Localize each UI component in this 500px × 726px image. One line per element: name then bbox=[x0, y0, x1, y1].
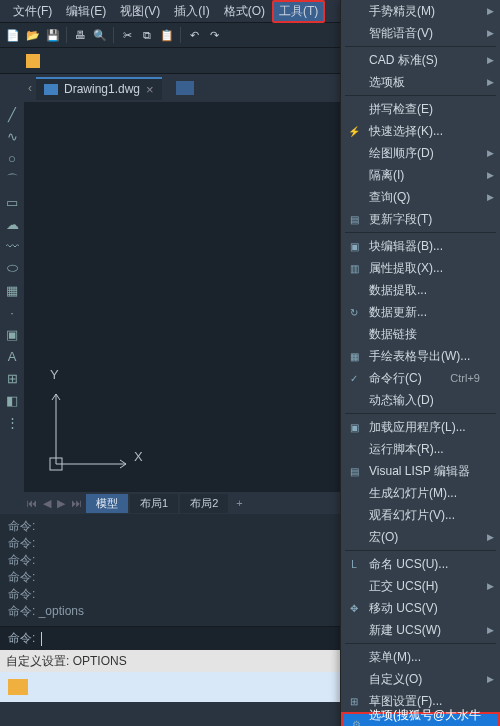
menu-item-label: 查询(Q) bbox=[369, 189, 410, 206]
tab-layout1[interactable]: 布局1 bbox=[130, 494, 178, 513]
menu-item[interactable]: 正交 UCS(H)▶ bbox=[341, 575, 500, 597]
menu-item-label: 数据更新... bbox=[369, 304, 427, 321]
line-icon[interactable]: ╱ bbox=[4, 106, 20, 122]
rect-icon[interactable]: ▭ bbox=[4, 194, 20, 210]
circle-icon[interactable]: ○ bbox=[4, 150, 20, 166]
arc-icon[interactable]: ⌒ bbox=[4, 172, 20, 188]
menu-item[interactable]: 运行脚本(R)... bbox=[341, 438, 500, 460]
menu-item-label: 数据提取... bbox=[369, 282, 427, 299]
menu-tools[interactable]: 工具(T) bbox=[272, 0, 325, 23]
new-tab-icon[interactable] bbox=[176, 81, 194, 95]
save-icon[interactable]: 💾 bbox=[44, 26, 62, 44]
print-icon[interactable]: 🖶 bbox=[71, 26, 89, 44]
command-prompt-label: 命令: bbox=[8, 630, 35, 647]
menu-format[interactable]: 格式(O) bbox=[217, 0, 272, 23]
menu-item[interactable]: ▤Visual LISP 编辑器 bbox=[341, 460, 500, 482]
menu-item[interactable]: 查询(Q)▶ bbox=[341, 186, 500, 208]
tab-layout2[interactable]: 布局2 bbox=[180, 494, 228, 513]
ellipse-icon[interactable]: ⬭ bbox=[4, 260, 20, 276]
menu-item[interactable]: 观看幻灯片(V)... bbox=[341, 504, 500, 526]
menu-item-label: 动态输入(D) bbox=[369, 392, 434, 409]
region-icon[interactable]: ◧ bbox=[4, 392, 20, 408]
menu-item[interactable]: ↻数据更新... bbox=[341, 301, 500, 323]
menu-item[interactable]: 宏(O)▶ bbox=[341, 526, 500, 548]
menu-item-icon: ▣ bbox=[347, 239, 361, 253]
preview-icon[interactable]: 🔍 bbox=[91, 26, 109, 44]
menu-item-icon: ✓ bbox=[347, 371, 361, 385]
undo-icon[interactable]: ↶ bbox=[185, 26, 203, 44]
menu-item[interactable]: 自定义(O)▶ bbox=[341, 668, 500, 690]
menu-item-icon: ⊞ bbox=[347, 694, 361, 708]
menu-item-label: 命名 UCS(U)... bbox=[369, 556, 448, 573]
menu-item[interactable]: ▣块编辑器(B)... bbox=[341, 235, 500, 257]
close-icon[interactable]: × bbox=[146, 82, 154, 97]
menu-file[interactable]: 文件(F) bbox=[6, 0, 59, 23]
menu-shortcut: Ctrl+9 bbox=[450, 372, 480, 384]
point-icon[interactable]: · bbox=[4, 304, 20, 320]
tab-model[interactable]: 模型 bbox=[86, 494, 128, 513]
menu-item-icon: ▣ bbox=[347, 420, 361, 434]
menu-item[interactable]: 数据链接 bbox=[341, 323, 500, 345]
paste-icon[interactable]: 📋 bbox=[158, 26, 176, 44]
menu-item-label: 新建 UCS(W) bbox=[369, 622, 441, 639]
menu-item[interactable]: L命名 UCS(U)... bbox=[341, 553, 500, 575]
menu-item[interactable]: ⚡快速选择(K)... bbox=[341, 120, 500, 142]
submenu-arrow-icon: ▶ bbox=[487, 532, 494, 542]
text-icon[interactable]: A bbox=[4, 348, 20, 364]
new-icon[interactable]: 📄 bbox=[4, 26, 22, 44]
polyline-icon[interactable]: ∿ bbox=[4, 128, 20, 144]
menu-item-label: 运行脚本(R)... bbox=[369, 441, 444, 458]
menu-item[interactable]: 隔离(I)▶ bbox=[341, 164, 500, 186]
menu-edit[interactable]: 编辑(E) bbox=[59, 0, 113, 23]
menu-item-label: 菜单(M)... bbox=[369, 649, 421, 666]
menu-item[interactable]: ▤更新字段(T) bbox=[341, 208, 500, 230]
menu-item-icon: ↻ bbox=[347, 305, 361, 319]
menu-item[interactable]: 数据提取... bbox=[341, 279, 500, 301]
menu-item[interactable]: 生成幻灯片(M)... bbox=[341, 482, 500, 504]
x-axis-label: X bbox=[134, 449, 143, 464]
more-icon[interactable]: ⋮ bbox=[4, 414, 20, 430]
prev-icon[interactable]: ◀ bbox=[41, 497, 53, 510]
menu-item[interactable]: 选项板▶ bbox=[341, 71, 500, 93]
menu-item[interactable]: ✥移动 UCS(V) bbox=[341, 597, 500, 619]
menu-item[interactable]: ▦手绘表格导出(W)... bbox=[341, 345, 500, 367]
menu-item[interactable]: ⚙选项(搜狐号@大水牛测绘 bbox=[341, 712, 500, 726]
menu-item[interactable]: 菜单(M)... bbox=[341, 646, 500, 668]
block-icon[interactable]: ▣ bbox=[4, 326, 20, 342]
menu-item[interactable]: 绘图顺序(D)▶ bbox=[341, 142, 500, 164]
menu-item-icon: ⚙ bbox=[349, 717, 363, 726]
cloud-icon[interactable]: ☁ bbox=[4, 216, 20, 232]
menu-item[interactable]: ▣加载应用程序(L)... bbox=[341, 416, 500, 438]
menu-insert[interactable]: 插入(I) bbox=[167, 0, 216, 23]
menu-item[interactable]: ▥属性提取(X)... bbox=[341, 257, 500, 279]
menu-item[interactable]: ✓命令行(C)Ctrl+9 bbox=[341, 367, 500, 389]
menu-view[interactable]: 视图(V) bbox=[113, 0, 167, 23]
explorer-icon[interactable] bbox=[8, 679, 28, 695]
menu-item-icon: ▤ bbox=[347, 464, 361, 478]
hatch-icon[interactable]: ▦ bbox=[4, 282, 20, 298]
menu-item-label: 快速选择(K)... bbox=[369, 123, 443, 140]
last-icon[interactable]: ⏭ bbox=[69, 497, 84, 509]
chevron-left-icon[interactable]: ‹ bbox=[28, 81, 32, 95]
submenu-arrow-icon: ▶ bbox=[487, 625, 494, 635]
menu-item-label: 手绘表格导出(W)... bbox=[369, 348, 470, 365]
spline-icon[interactable]: 〰 bbox=[4, 238, 20, 254]
cut-icon[interactable]: ✂ bbox=[118, 26, 136, 44]
y-axis-label: Y bbox=[50, 367, 59, 382]
file-tab-drawing1[interactable]: Drawing1.dwg × bbox=[36, 77, 162, 100]
menu-item[interactable]: 新建 UCS(W)▶ bbox=[341, 619, 500, 641]
table-icon[interactable]: ⊞ bbox=[4, 370, 20, 386]
menu-item[interactable]: CAD 标准(S)▶ bbox=[341, 49, 500, 71]
add-layout-icon[interactable]: + bbox=[230, 497, 248, 509]
menu-item[interactable]: 智能语音(V)▶ bbox=[341, 22, 500, 44]
next-icon[interactable]: ▶ bbox=[55, 497, 67, 510]
menu-item[interactable]: 动态输入(D) bbox=[341, 389, 500, 411]
menu-item-label: 块编辑器(B)... bbox=[369, 238, 443, 255]
open-icon[interactable]: 📂 bbox=[24, 26, 42, 44]
first-icon[interactable]: ⏮ bbox=[24, 497, 39, 509]
menu-item[interactable]: 手势精灵(M)▶ bbox=[341, 0, 500, 22]
menu-item-label: 自定义(O) bbox=[369, 671, 422, 688]
redo-icon[interactable]: ↷ bbox=[205, 26, 223, 44]
menu-item[interactable]: 拼写检查(E) bbox=[341, 98, 500, 120]
copy-icon[interactable]: ⧉ bbox=[138, 26, 156, 44]
